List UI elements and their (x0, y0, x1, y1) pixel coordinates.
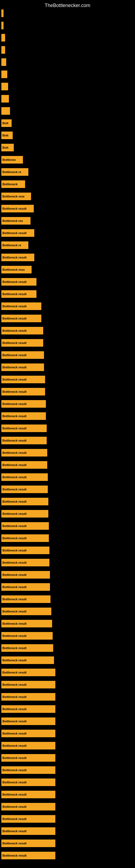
bar-item (1, 83, 8, 90)
bar-label: Bottleneck result (1, 852, 55, 859)
bar-item: Bottleneck result (1, 839, 55, 847)
bar-item: Bottleneck result (1, 364, 44, 371)
bar-label: Bottleneck re (1, 241, 28, 249)
bar-item: Bottleneck result (1, 449, 47, 457)
bar-label: Bottleneck result (1, 632, 53, 640)
bar-item: Bottleneck result (1, 669, 55, 676)
bar-item: Bottleneck result (1, 852, 55, 859)
bar-label: Bottleneck result (1, 778, 55, 786)
bar-item: Bottleneck result (1, 461, 47, 469)
bar-label: Bottleneck res (1, 217, 31, 225)
bar-item: Bottleneck result (1, 425, 47, 432)
bar-item: Bottleneck result (1, 803, 55, 810)
bar-label (1, 9, 3, 17)
bar-item: Bottleneck result (1, 827, 55, 835)
bar-item: Bott (1, 144, 14, 151)
bar-label: Bottleneck (1, 180, 25, 188)
bar-item: Bottleneck result (1, 778, 55, 786)
bar-label: Bottleneck result (1, 693, 55, 701)
bar-item: Bottleneck res (1, 217, 31, 225)
bar-label: Bottleneck result (1, 400, 46, 408)
bar-label: Bott (1, 119, 12, 127)
bar-item: Bottleneck result (1, 412, 46, 420)
bar-item: Bottleneck result (1, 766, 55, 774)
bar-item: Bottleneck result (1, 327, 43, 335)
bar-label: Bottleneck result (1, 608, 51, 615)
bar-item: Bottleneck result (1, 571, 50, 579)
bar-label: Bottleneck result (1, 229, 34, 237)
bar-item: Bottleneck result (1, 473, 48, 481)
bar-item (1, 58, 6, 66)
bar-label: Bottleneck result (1, 364, 44, 371)
bar-item (1, 22, 3, 29)
bar-label: Bottleneck result (1, 717, 55, 725)
bar-item: Bottleneck result (1, 705, 55, 713)
bar-item: Bottleneck result (1, 400, 46, 408)
bar-label: Bottleneck re (1, 168, 28, 176)
bar-item: Bottleneck result (1, 656, 54, 664)
bar-item: Bott (1, 131, 13, 139)
bar-label: Bottleneck result (1, 534, 49, 542)
bar-label: Bottleneck result (1, 681, 55, 688)
bar-label: Bottleneck result (1, 510, 48, 518)
bar-item: Bottleneck result (1, 681, 55, 688)
bar-label: Bottleneck result (1, 327, 43, 335)
bar-item: Bottleneck result (1, 498, 48, 505)
bar-item: Bottleneck result (1, 339, 43, 347)
bar-item: Bottleneck resu (1, 266, 32, 273)
bar-item: Bottleneck result (1, 583, 50, 591)
bar-label: Bottleneck result (1, 754, 55, 762)
bar-item: Bottleneck result (1, 290, 37, 298)
bar-label: Bottleneck result (1, 461, 47, 469)
bar-label: Bottleneck result (1, 351, 44, 359)
bar-item: Bottleneck result (1, 229, 34, 237)
bar-label: Bottleneck resu (1, 266, 32, 273)
bar-label: Bottleneck result (1, 571, 50, 579)
bar-item (1, 34, 5, 41)
bar-label: Bottleneck result (1, 839, 55, 847)
bar-label: Bottleneck result (1, 303, 41, 310)
bar-item: Bottleneck re (1, 168, 28, 176)
bar-item: Bottleneck result (1, 559, 49, 566)
bar-item: Bottleneck result (1, 717, 55, 725)
bar-item (1, 95, 9, 102)
bar-label (1, 46, 5, 54)
bar-label: Bottleneck result (1, 595, 50, 603)
bar-item: Bottleneck result (1, 644, 53, 652)
bar-label: Bottleneck result (1, 669, 55, 676)
bar-item: Bottleneck result (1, 278, 37, 286)
bar-item: Bottlenec (1, 156, 23, 163)
bar-item: Bottleneck (1, 180, 25, 188)
bar-label: Bottleneck result (1, 827, 55, 835)
bar-label: Bottleneck result (1, 388, 45, 396)
bar-label: Bottleneck result (1, 473, 48, 481)
bar-label: Bottleneck result (1, 437, 47, 444)
bar-label: Bottleneck result (1, 620, 52, 627)
bar-label: Bott (1, 131, 13, 139)
bar-item: Bottleneck result (1, 754, 55, 762)
bar-label: Bottleneck result (1, 278, 37, 286)
bar-label (1, 83, 8, 90)
bar-item: Bottleneck result (1, 595, 50, 603)
bar-label: Bottleneck result (1, 730, 55, 737)
chart-area: TheBottlenecker.com BottBottBottBottlene… (0, 0, 135, 868)
bar-label (1, 34, 5, 41)
bar-item: Bottleneck result (1, 303, 41, 310)
bar-label: Bottleneck result (1, 644, 53, 652)
bar-item: Bottleneck result (1, 815, 55, 823)
bar-item: Bottleneck result (1, 693, 55, 701)
bar-item: Bottleneck result (1, 351, 44, 359)
bar-label: Bottleneck result (1, 498, 48, 505)
bar-label (1, 70, 7, 78)
bar-item: Bottleneck result (1, 437, 47, 444)
bar-label (1, 58, 6, 66)
bar-label (1, 22, 3, 29)
bar-item: Bottleneck result (1, 388, 45, 396)
bar-label: Bottleneck result (1, 791, 55, 798)
site-title: TheBottlenecker.com (0, 0, 135, 10)
bar-item: Bottleneck result (1, 742, 55, 749)
bar-item: Bottleneck result (1, 608, 51, 615)
bar-label: Bottleneck result (1, 766, 55, 774)
bar-label: Bottleneck result (1, 522, 49, 530)
bar-label: Bottleneck result (1, 412, 46, 420)
